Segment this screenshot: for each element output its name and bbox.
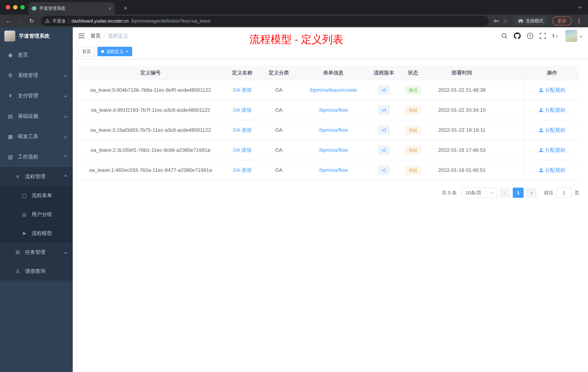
col-definition-id: 定义编号 [79,66,222,80]
browser-tab[interactable]: 芋道管理系统 × [28,2,115,15]
sidebar-item[interactable]: ◎用户分组 [0,205,73,224]
page-title: 流程模型 - 定义列表 [250,33,343,47]
user-group-icon: ◎ [21,211,27,218]
next-page-button[interactable]: › [526,188,537,198]
version-tag: v4 [378,106,390,114]
cell-definition-id: oa_leave:4:991f2193-7b7f-11ec-a3c8-acde4… [79,100,222,120]
user-menu[interactable] [565,30,582,42]
font-size-icon[interactable]: T T [552,33,559,39]
bookmark-star-icon[interactable]: ☆ [501,17,509,24]
sidebar-item-label: 请假查询 [25,268,45,275]
avatar[interactable] [565,30,578,42]
hamburger-icon[interactable] [79,33,85,39]
status-badge: 挂起 [405,126,421,134]
sidebar-item[interactable]: ▢流程表单 [0,186,73,205]
breadcrumb-current: 流程定义 [108,33,128,39]
page: 芋道管理系统 × + ← → ↻ 不安全 dashboard.yudao.ioc… [0,0,588,372]
col-actions: 操作 [525,66,579,80]
definition-name-link[interactable]: OA 请假 [233,147,252,153]
sidebar-item[interactable]: ▦研发工具 [0,126,73,147]
payment-icon: ¥ [7,93,13,99]
help-icon[interactable]: ? [527,33,534,39]
sidebar-item[interactable]: ⚙系统管理 [0,65,73,86]
tag-label: 流程定义 [106,49,124,55]
goto-label: 前往 [544,190,554,196]
breadcrumb-home[interactable]: 首页 [91,33,101,39]
tab-close-icon[interactable]: × [108,5,111,11]
definition-name-link[interactable]: OA 请假 [233,87,252,93]
cell-deploy-time: 2022-01-22 21:48:38 [429,80,495,100]
sidebar-item-label: 基础设施 [18,113,38,120]
sidebar-item[interactable]: ▤基础设施 [0,106,73,126]
fullscreen-icon[interactable] [540,33,546,39]
table-row: oa_leave:5:004b710b-7b8a-11ec-8ef0-acde4… [79,80,579,100]
cell-form-info: /bpm/oa/flow [296,140,371,160]
sidebar-item[interactable]: ▧工作流程 [0,147,73,167]
version-tag: v3 [378,126,390,134]
tag-active[interactable]: 流程定义× [97,47,132,56]
new-tab-button[interactable]: + [121,3,130,13]
tab-search-chevron-icon[interactable] [578,5,582,9]
address-bar[interactable]: 不安全 dashboard.yudao.iocoder.cn/bpm/manag… [41,16,489,26]
definition-name-link[interactable]: OA 请假 [233,167,252,173]
col-process-version: 流程版本 [371,66,397,80]
tag-item[interactable]: 首页 [79,47,94,56]
cell-definition-name: OA 请假 [222,100,262,120]
assign-rule-link[interactable]: 分配规则 [539,107,565,114]
page-1-button[interactable]: 1 [513,188,524,198]
goto-page-input[interactable] [556,188,572,198]
close-window-button[interactable] [6,5,10,10]
sidebar-item[interactable]: ➤流程模型 [0,224,73,243]
cell-status: 挂起 [397,120,429,140]
cell-definition-category: OA [262,100,296,120]
sidebar-item[interactable]: ◉首页 [0,45,73,65]
chevron-down-icon [64,114,67,118]
cell-definition-category: OA [262,140,296,160]
page-size-value: 10条/页 [465,190,482,196]
url-path: /bpm/manager/definition?key=oa_leave [131,18,210,24]
search-icon[interactable] [501,33,508,39]
cell-spacer [495,100,525,120]
assign-rule-link[interactable]: 分配规则 [539,167,565,174]
assign-rule-link[interactable]: 分配规则 [539,127,565,134]
form-info-link[interactable]: /bpm/oa/flow [319,127,348,133]
browser-menu-icon[interactable]: ⋮ [574,17,584,25]
zoom-window-button[interactable] [20,5,25,10]
assign-rule-link[interactable]: 分配规则 [539,147,565,153]
minimize-window-button[interactable] [13,5,17,10]
reload-icon[interactable]: ↻ [27,18,36,24]
cell-form-info: /bpm/oa/flow [296,160,371,180]
sidebar-item-label: 首页 [18,52,28,58]
incognito-icon [518,19,524,23]
assign-rule-link[interactable]: 分配规则 [539,87,565,94]
logo[interactable]: 芋道管理系统 [0,27,73,45]
logo-image [4,31,15,42]
definition-name-link[interactable]: OA 请假 [233,127,252,133]
sidebar-item[interactable]: ⊟任务管理 [0,243,73,262]
chevron-up-icon [64,155,67,159]
form-info-link[interactable]: /bpm/oa/leave/create [309,87,357,93]
tag-close-icon[interactable]: × [126,49,128,55]
user-icon [539,148,544,153]
definition-name-link[interactable]: OA 请假 [233,107,252,113]
form-info-link[interactable]: /bpm/oa/flow [319,107,348,113]
forward-icon[interactable]: → [15,18,25,24]
user-icon [539,88,544,92]
prev-page-button[interactable]: ‹ [500,188,510,198]
workflow-icon: ▧ [7,154,13,160]
form-info-link[interactable]: /bpm/oa/flow [319,147,348,153]
security-label[interactable]: 不安全 [52,18,66,24]
page-size-select[interactable]: 10条/页 [462,188,497,198]
back-icon[interactable]: ← [4,18,13,24]
sidebar-item-label: 任务管理 [25,249,45,256]
password-key-icon[interactable] [493,18,499,24]
sidebar-item-label: 用户分组 [32,211,52,218]
main-area: 首页 / 流程定义 流程模型 - 定义列表 ? [73,27,588,372]
sidebar-item[interactable]: ¥支付管理 [0,86,73,106]
github-icon[interactable] [514,33,521,39]
sidebar-item[interactable]: ≡流程管理 [0,167,73,186]
cell-form-info: /bpm/oa/flow [296,100,371,120]
sidebar-item[interactable]: ♙请假查询 [0,262,73,281]
form-info-link[interactable]: /bpm/oa/flow [319,167,348,173]
update-button[interactable]: 更新 [552,17,572,25]
